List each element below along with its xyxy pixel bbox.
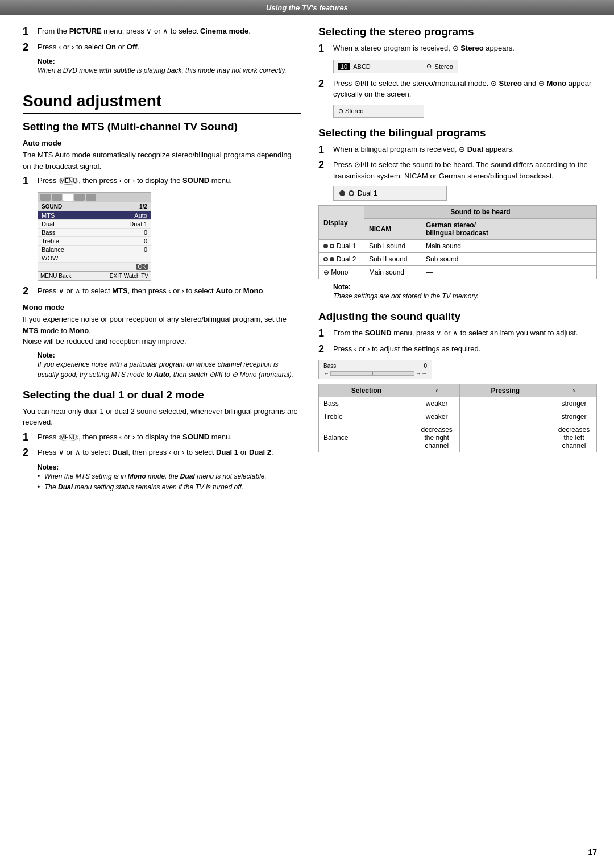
dual-dot-empty xyxy=(349,190,354,196)
step-num-1: 1 xyxy=(23,26,33,38)
menu-tabs xyxy=(38,193,151,202)
mts-title: Setting the MTS (Multi-channel TV Sound) xyxy=(23,121,301,133)
adjusting-step2-num: 2 xyxy=(318,343,329,356)
menu-footer: MENU Back EXIT Watch TV xyxy=(38,271,151,280)
treble-left: weaker xyxy=(414,410,459,423)
menu-box-header: SOUND 1/2 xyxy=(38,202,151,211)
mts-step2-num: 2 xyxy=(23,285,33,298)
german-dual2: Sub sound xyxy=(421,253,597,266)
th-selection: Selection xyxy=(319,384,414,397)
stereo-icon: ⊙ xyxy=(426,63,432,70)
dual-label: Dual 1 xyxy=(358,189,377,197)
stereo-icon-2: ⊙ Stereo xyxy=(338,107,363,114)
bass-bar-container: ← →→ xyxy=(323,370,427,376)
bass-right: stronger xyxy=(551,397,597,410)
menu-row-dual: DualDual 1 xyxy=(38,220,151,229)
menu-tab-3 xyxy=(63,194,73,201)
bass-bar xyxy=(330,371,414,376)
program-name: ABCD xyxy=(353,63,422,70)
stereo-step2-text: Press ⊙I/II to select the stereo/monaura… xyxy=(333,78,597,100)
ok-button: OK xyxy=(136,264,148,270)
adjusting-title: Adjusting the sound quality xyxy=(318,310,597,323)
mts-section: Setting the MTS (Multi-channel TV Sound)… xyxy=(23,121,301,380)
header-title: Using the TV's features xyxy=(266,3,348,12)
mts-step1-num: 1 xyxy=(23,175,33,188)
mts-step2-text: Press ∨ or ∧ to select MTS, then press ‹… xyxy=(38,285,301,297)
dual-title: Selecting the dual 1 or dual 2 mode xyxy=(23,389,301,401)
bass-left-arrow: ← xyxy=(323,370,329,376)
bass-right-arrow: →→ xyxy=(416,370,427,376)
th-pressing: Pressing xyxy=(459,384,551,397)
dot-empty-1 xyxy=(330,244,334,248)
th-sound-header: Sound to be heard xyxy=(364,206,597,219)
notes3-label: Notes: xyxy=(38,463,59,471)
stereo-step1-num: 1 xyxy=(318,43,329,55)
th-display: Display xyxy=(319,206,364,240)
dual-step1: 1 Press MENU, then press ‹ or › to displ… xyxy=(23,431,301,444)
divider-1 xyxy=(23,85,301,85)
selection-bass: Bass xyxy=(319,397,414,410)
notes3-list: When the MTS setting is in Mono mode, th… xyxy=(38,471,301,493)
step-cinema-2-text: Press ‹ or › to select On or Off. xyxy=(38,41,301,53)
display-mono: ⊖ Mono xyxy=(319,266,364,279)
cinema-mode-steps: 1 From the PICTURE menu, press ∨ or ∧ to… xyxy=(23,26,301,76)
notes3-item-1: When the MTS setting is in Mono mode, th… xyxy=(38,471,301,482)
pressing-row-bass: Bass weaker stronger xyxy=(319,397,597,410)
th-nicam: NICAM xyxy=(364,219,421,240)
note2-block: Note: If you experience noise with a par… xyxy=(38,351,301,380)
auto-mode-body: The MTS Auto mode automatically recogniz… xyxy=(23,149,301,172)
menu-row-bass: Bass0 xyxy=(38,229,151,237)
nicam-mono: Main sound xyxy=(364,266,421,279)
selection-treble: Treble xyxy=(319,410,414,423)
stereo-step2: 2 Press ⊙I/II to select the stereo/monau… xyxy=(318,78,597,100)
nicam-dual2: Sub II sound xyxy=(364,253,421,266)
bilingual-step1-text: When a bilingual program is received, ⊖ … xyxy=(333,144,597,155)
bass-left: weaker xyxy=(414,397,459,410)
left-column: 1 From the PICTURE menu, press ∨ or ∧ to… xyxy=(23,26,301,502)
nicam-dual1: Sub I sound xyxy=(364,240,421,253)
adjusting-step2: 2 Press ‹ or › to adjust the settings as… xyxy=(318,343,597,356)
channel-number: 10 xyxy=(338,63,350,70)
menu-tab-4 xyxy=(74,194,85,201)
stereo-step2-num: 2 xyxy=(318,78,329,90)
dot-filled-1 xyxy=(323,244,328,248)
pressing-table: Selection ‹ Pressing › Bass weaker stron… xyxy=(318,384,597,452)
sound-menu-box: SOUND 1/2 MTSAuto DualDual 1 Bass0 Trebl… xyxy=(38,192,151,281)
notes3-block: Notes: When the MTS setting is in Mono m… xyxy=(38,463,301,493)
adjusting-step1-text: From the SOUND menu, press ∨ or ∧ to sel… xyxy=(333,327,597,339)
bilingual-note-text: These settings are not stored in the TV … xyxy=(333,291,597,301)
bilingual-note-label: Note: xyxy=(333,283,351,291)
pressing-row-treble: Treble weaker stronger xyxy=(319,410,597,423)
stereo-step1-text: When a stereo program is received, ⊙ Ste… xyxy=(333,43,597,54)
bilingual-row-dual1: Dual 1 Sub I sound Main sound xyxy=(319,240,597,253)
dot-filled-2 xyxy=(330,257,334,261)
dual-step1-text: Press MENU, then press ‹ or › to display… xyxy=(38,431,301,443)
bilingual-table: Display Sound to be heard NICAM German s… xyxy=(318,205,597,279)
bilingual-title: Selecting the bilingual programs xyxy=(318,127,597,139)
menu-tab-2 xyxy=(52,194,62,201)
cinema-note-text: When a DVD movie with subtitle is playin… xyxy=(38,65,301,76)
dual-step2-num: 2 xyxy=(23,447,33,459)
mts-step1-text: Press MENU, then press ‹ or › to display… xyxy=(38,175,301,186)
bilingual-step2: 2 Press ⊙I/II to select the sound to be … xyxy=(318,159,597,181)
th-left-arrow: ‹ xyxy=(414,384,459,397)
cinema-note-label: Note: xyxy=(38,57,55,65)
menu-tab-1 xyxy=(40,194,51,201)
bass-label: Bass xyxy=(323,363,336,369)
bilingual-row-dual2: Dual 2 Sub II sound Sub sound xyxy=(319,253,597,266)
bass-box-header: Bass 0 xyxy=(323,363,427,369)
menu-title: SOUND xyxy=(42,203,62,210)
note2-text: If you experience noise with a particula… xyxy=(38,359,301,380)
dual-step2-text: Press ∨ or ∧ to select Dual, then press … xyxy=(38,447,301,458)
adjusting-step1: 1 From the SOUND menu, press ∨ or ∧ to s… xyxy=(318,327,597,340)
dual-step1-num: 1 xyxy=(23,431,33,444)
stereo-display-2: ⊙ Stereo xyxy=(333,105,424,118)
mono-mode-heading: Mono mode xyxy=(23,303,301,312)
bass-display-box: Bass 0 ← →→ xyxy=(318,360,432,379)
th-german: German stereo/bilingual broadcast xyxy=(421,219,597,240)
menu-row-mts: MTSAuto xyxy=(38,211,151,220)
cinema-note: Note: When a DVD movie with subtitle is … xyxy=(38,57,301,76)
balance-left: decreases the right channel xyxy=(414,423,459,452)
dual-display-box: Dual 1 xyxy=(333,186,447,201)
dual-dot-filled xyxy=(339,190,345,196)
